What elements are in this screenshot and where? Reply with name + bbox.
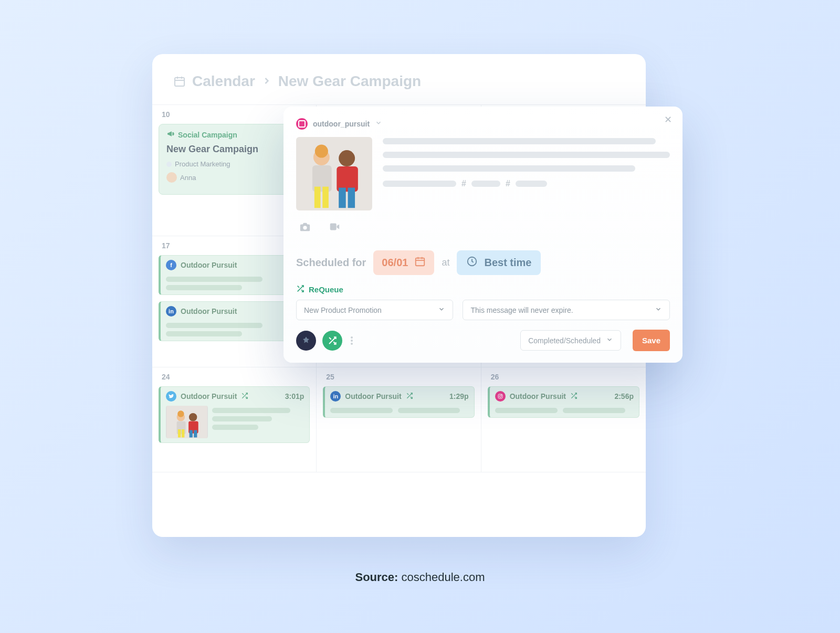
- event-title: Outdoor Pursuit: [181, 307, 237, 315]
- event-thumbnail: [166, 406, 208, 438]
- more-icon[interactable]: [351, 336, 353, 345]
- event-time: 1:29p: [449, 392, 469, 400]
- hash-icon: #: [461, 179, 466, 188]
- post-text-area[interactable]: # #: [383, 137, 670, 210]
- svg-rect-24: [416, 258, 425, 266]
- cell-date: 25: [323, 373, 474, 381]
- calendar-cell[interactable]: 26 Outdoor Pursuit 2:56p: [481, 367, 646, 472]
- composer-modal: ✕ outdoor_pursuit # #: [284, 107, 682, 363]
- status-select[interactable]: Completed/Scheduled: [520, 330, 621, 351]
- svg-point-20: [339, 150, 355, 166]
- shuffle-icon: [406, 392, 413, 401]
- breadcrumb-page[interactable]: New Gear Campaign: [278, 73, 421, 90]
- svg-rect-23: [348, 188, 355, 208]
- breadcrumb: Calendar New Gear Campaign: [152, 73, 646, 104]
- expire-select[interactable]: This message will never expire.: [463, 300, 670, 320]
- breadcrumb-root[interactable]: Calendar: [192, 73, 255, 90]
- source-attribution: Source: coschedule.com: [152, 571, 688, 584]
- text-placeholder: [383, 181, 456, 187]
- svg-point-12: [499, 395, 501, 397]
- event-card[interactable]: Outdoor Pursuit 3:01p: [159, 386, 310, 443]
- shuffle-icon: [241, 392, 248, 401]
- close-icon[interactable]: ✕: [664, 114, 672, 125]
- svg-rect-8: [190, 430, 193, 438]
- event-title: Outdoor Pursuit: [181, 261, 237, 269]
- instagram-icon: [495, 391, 506, 402]
- event-title: Outdoor Pursuit: [181, 392, 237, 400]
- svg-point-16: [315, 144, 328, 157]
- instagram-icon: [296, 118, 308, 130]
- linkedin-icon: in: [330, 391, 341, 402]
- svg-rect-5: [182, 429, 184, 438]
- avatar: [166, 172, 177, 183]
- text-placeholder: [516, 181, 547, 187]
- svg-rect-9: [194, 430, 197, 438]
- save-button[interactable]: Save: [633, 330, 670, 351]
- post-image[interactable]: [296, 137, 372, 210]
- shuffle-icon: [570, 392, 578, 401]
- cell-date: 26: [488, 373, 639, 381]
- svg-point-10: [177, 410, 184, 417]
- svg-rect-4: [178, 429, 181, 438]
- event-title: Outdoor Pursuit: [345, 392, 401, 400]
- twitter-icon: [166, 391, 176, 402]
- campaign-tag: Social Campaign: [166, 130, 302, 140]
- requeue-chip[interactable]: [322, 331, 342, 351]
- scheduled-for-label: Scheduled for: [296, 257, 366, 269]
- text-placeholder: [383, 152, 670, 158]
- chevron-down-icon: [375, 119, 382, 129]
- calendar-cell[interactable]: 24 Outdoor Pursuit 3:01p: [152, 367, 317, 472]
- chevron-down-icon: [606, 336, 613, 345]
- campaign-title: New Gear Campaign: [166, 144, 302, 155]
- chevron-down-icon: [655, 305, 662, 314]
- requeue-label: ReQueue: [309, 285, 343, 294]
- source-label: Source:: [355, 571, 398, 584]
- requeue-group-select[interactable]: New Product Promotion: [296, 300, 453, 320]
- svg-rect-14: [296, 137, 372, 210]
- time-mode: Best time: [484, 257, 531, 269]
- camera-icon[interactable]: [298, 221, 312, 235]
- cell-date: 24: [159, 373, 310, 381]
- svg-rect-0: [175, 78, 184, 86]
- video-icon[interactable]: [328, 221, 341, 235]
- event-card[interactable]: Outdoor Pursuit 2:56p: [488, 386, 639, 418]
- event-time: 3:01p: [285, 392, 304, 400]
- account-selector[interactable]: outdoor_pursuit: [296, 118, 670, 130]
- profile-chip[interactable]: [296, 331, 316, 351]
- calendar-cell[interactable]: 25 in Outdoor Pursuit 1:29p: [317, 367, 481, 472]
- date-picker[interactable]: 06/01: [373, 250, 434, 275]
- campaign-owner-name: Anna: [180, 174, 196, 182]
- facebook-icon: f: [166, 260, 176, 270]
- svg-rect-1: [166, 406, 207, 438]
- text-placeholder: [383, 165, 635, 172]
- linkedin-icon: in: [166, 306, 176, 316]
- select-value: This message will never expire.: [470, 306, 573, 314]
- clock-icon: [466, 256, 478, 270]
- at-label: at: [442, 257, 449, 268]
- calendar-icon: [414, 256, 426, 270]
- svg-rect-22: [339, 188, 346, 208]
- requeue-header: ReQueue: [296, 284, 670, 294]
- text-placeholder: [383, 138, 656, 144]
- chevron-right-icon: [261, 73, 272, 90]
- hash-icon: #: [506, 179, 510, 188]
- dot-icon: [166, 162, 172, 167]
- date-value: 06/01: [382, 257, 408, 269]
- campaign-tag-label: Social Campaign: [178, 131, 237, 139]
- chevron-down-icon: [438, 305, 445, 314]
- time-picker[interactable]: Best time: [457, 250, 541, 275]
- event-card[interactable]: in Outdoor Pursuit 1:29p: [323, 386, 474, 418]
- select-value: Completed/Scheduled: [528, 336, 601, 345]
- svg-rect-19: [322, 187, 329, 208]
- schedule-row: Scheduled for 06/01 at Best time: [296, 243, 670, 284]
- svg-rect-18: [314, 187, 321, 208]
- event-time: 2:56p: [614, 392, 634, 400]
- select-value: New Product Promotion: [304, 306, 382, 314]
- event-title: Outdoor Pursuit: [510, 392, 566, 400]
- svg-point-6: [189, 413, 197, 421]
- text-placeholder: [471, 181, 500, 187]
- source-value: coschedule.com: [402, 571, 485, 584]
- hashtag-row: # #: [383, 179, 670, 188]
- campaign-dept: Product Marketing: [166, 160, 302, 168]
- shuffle-icon: [296, 284, 304, 294]
